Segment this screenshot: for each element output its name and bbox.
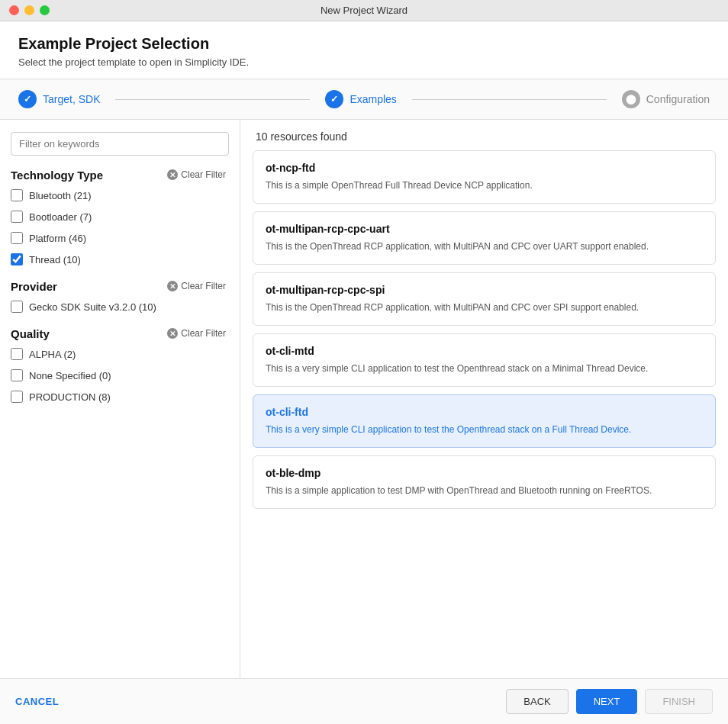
- checkbox-bluetooth[interactable]: [11, 189, 23, 201]
- result-card-ot-cli-mtd[interactable]: ot-cli-mtd This is a very simple CLI app…: [253, 333, 716, 387]
- finish-button[interactable]: FINISH: [645, 689, 713, 714]
- clear-filter-label-provider: Clear Filter: [181, 281, 226, 291]
- clear-icon-technology-type: ✕: [167, 169, 178, 180]
- step-connector-1: [115, 99, 310, 100]
- step-label-examples: Examples: [350, 93, 396, 105]
- clear-icon-quality: ✕: [167, 328, 178, 339]
- step-label-configuration: Configuration: [646, 93, 710, 105]
- checkbox-thread[interactable]: [11, 253, 23, 265]
- filter-item-bluetooth[interactable]: Bluetooth (21): [11, 188, 229, 203]
- filter-section-header-technology-type: Technology Type ✕ Clear Filter: [11, 168, 229, 182]
- filter-item-thread[interactable]: Thread (10): [11, 252, 229, 267]
- result-desc-ot-ble-dmp: This is a simple application to test DMP…: [266, 484, 703, 497]
- clear-filter-quality[interactable]: ✕ Clear Filter: [164, 327, 229, 340]
- result-desc-ot-multipan-rcp-cpc-uart: This is the OpenThread RCP application, …: [266, 240, 703, 253]
- filter-item-production[interactable]: PRODUCTION (8): [11, 389, 229, 404]
- cancel-button[interactable]: CANCEL: [15, 696, 59, 707]
- result-desc-ot-ncp-ftd: This is a simple OpenThread Full Thread …: [266, 179, 703, 192]
- filter-item-gecko-sdk[interactable]: Gecko SDK Suite v3.2.0 (10): [11, 299, 229, 314]
- header: Example Project Selection Select the pro…: [0, 21, 728, 79]
- close-button[interactable]: [9, 5, 19, 15]
- result-title-ot-multipan-rcp-cpc-uart: ot-multipan-rcp-cpc-uart: [266, 223, 703, 235]
- filter-section-header-provider: Provider ✕ Clear Filter: [11, 279, 229, 293]
- label-thread: Thread (10): [29, 254, 81, 265]
- filter-title-quality: Quality: [11, 327, 50, 340]
- checkbox-none-specified[interactable]: [11, 369, 23, 381]
- clear-filter-label-quality: Clear Filter: [181, 328, 226, 339]
- label-none-specified: None Specified (0): [29, 370, 111, 381]
- result-card-ot-ble-dmp[interactable]: ot-ble-dmp This is a simple application …: [253, 455, 716, 509]
- checkbox-production[interactable]: [11, 391, 23, 403]
- filter-item-bootloader[interactable]: Bootloader (7): [11, 209, 229, 224]
- filter-title-provider: Provider: [11, 280, 57, 293]
- label-gecko-sdk: Gecko SDK Suite v3.2.0 (10): [29, 301, 156, 313]
- step-examples: ✓ Examples: [325, 90, 396, 108]
- step-circle-target-sdk: ✓: [18, 90, 37, 108]
- title-bar: New Project Wizard: [0, 0, 728, 21]
- results-count: 10 resources found: [240, 120, 728, 150]
- clear-icon-provider: ✕: [167, 281, 178, 291]
- filter-item-none-specified[interactable]: None Specified (0): [11, 368, 229, 383]
- clear-filter-label-technology-type: Clear Filter: [181, 169, 226, 180]
- filter-section-quality: Quality ✕ Clear Filter ALPHA (2) None Sp…: [11, 327, 229, 404]
- result-card-ot-multipan-rcp-cpc-spi[interactable]: ot-multipan-rcp-cpc-spi This is the Open…: [253, 272, 716, 326]
- result-card-ot-cli-ftd[interactable]: ot-cli-ftd This is a very simple CLI app…: [253, 394, 716, 448]
- footer: CANCEL BACK NEXT FINISH: [0, 678, 728, 724]
- result-card-ot-ncp-ftd[interactable]: ot-ncp-ftd This is a simple OpenThread F…: [253, 150, 716, 204]
- step-configuration: ⬤ Configuration: [622, 90, 710, 108]
- result-title-ot-cli-ftd: ot-cli-ftd: [266, 406, 703, 418]
- label-platform: Platform (46): [29, 233, 86, 244]
- filters-panel: Technology Type ✕ Clear Filter Bluetooth…: [0, 120, 240, 678]
- page-title: Example Project Selection: [18, 35, 710, 53]
- label-bootloader: Bootloader (7): [29, 211, 92, 223]
- step-connector-2: [412, 99, 607, 100]
- checkbox-bootloader[interactable]: [11, 211, 23, 223]
- step-label-target-sdk: Target, SDK: [43, 93, 100, 105]
- step-circle-configuration: ⬤: [622, 90, 640, 108]
- filter-item-alpha[interactable]: ALPHA (2): [11, 346, 229, 362]
- next-button[interactable]: NEXT: [576, 689, 638, 714]
- check-icon-2: ✓: [330, 94, 338, 105]
- result-card-ot-multipan-rcp-cpc-uart[interactable]: ot-multipan-rcp-cpc-uart This is the Ope…: [253, 211, 716, 265]
- clear-filter-technology-type[interactable]: ✕ Clear Filter: [164, 168, 229, 182]
- back-button[interactable]: BACK: [506, 689, 568, 714]
- footer-right: BACK NEXT FINISH: [506, 689, 713, 714]
- filter-search-input[interactable]: [11, 132, 229, 156]
- step-target-sdk: ✓ Target, SDK: [18, 90, 100, 108]
- filter-item-platform[interactable]: Platform (46): [11, 230, 229, 246]
- filter-title-technology-type: Technology Type: [11, 169, 103, 182]
- result-title-ot-cli-mtd: ot-cli-mtd: [266, 345, 703, 357]
- label-production: PRODUCTION (8): [29, 391, 111, 403]
- filter-section-technology-type: Technology Type ✕ Clear Filter Bluetooth…: [11, 168, 229, 267]
- page-subtitle: Select the project template to open in S…: [18, 56, 710, 68]
- maximize-button[interactable]: [40, 5, 50, 15]
- filter-section-header-quality: Quality ✕ Clear Filter: [11, 327, 229, 340]
- main-window: Example Project Selection Select the pro…: [0, 21, 728, 724]
- checkbox-gecko-sdk[interactable]: [11, 301, 23, 313]
- stepper: ✓ Target, SDK ✓ Examples ⬤ Configuration: [0, 79, 728, 120]
- label-alpha: ALPHA (2): [29, 349, 76, 360]
- results-panel: 10 resources found ot-ncp-ftd This is a …: [240, 120, 728, 678]
- result-title-ot-multipan-rcp-cpc-spi: ot-multipan-rcp-cpc-spi: [266, 284, 703, 296]
- checkbox-platform[interactable]: [11, 232, 23, 244]
- checkbox-alpha[interactable]: [11, 348, 23, 360]
- check-icon: ✓: [24, 94, 31, 105]
- body-area: Technology Type ✕ Clear Filter Bluetooth…: [0, 120, 728, 678]
- minimize-button[interactable]: [24, 5, 34, 15]
- result-title-ot-ble-dmp: ot-ble-dmp: [266, 467, 703, 479]
- window-controls: [9, 5, 50, 15]
- step-number-configuration: ⬤: [626, 94, 636, 105]
- result-desc-ot-cli-ftd: This is a very simple CLI application to…: [266, 423, 703, 436]
- step-circle-examples: ✓: [325, 90, 343, 108]
- results-list: ot-ncp-ftd This is a simple OpenThread F…: [240, 150, 728, 678]
- filter-section-provider: Provider ✕ Clear Filter Gecko SDK Suite …: [11, 279, 229, 314]
- result-desc-ot-multipan-rcp-cpc-spi: This is the OpenThread RCP application, …: [266, 301, 703, 314]
- result-desc-ot-cli-mtd: This is a very simple CLI application to…: [266, 362, 703, 375]
- clear-filter-provider[interactable]: ✕ Clear Filter: [164, 279, 229, 293]
- footer-left: CANCEL: [15, 696, 59, 707]
- label-bluetooth: Bluetooth (21): [29, 190, 92, 201]
- result-title-ot-ncp-ftd: ot-ncp-ftd: [266, 162, 703, 174]
- window-title: New Project Wizard: [321, 5, 407, 16]
